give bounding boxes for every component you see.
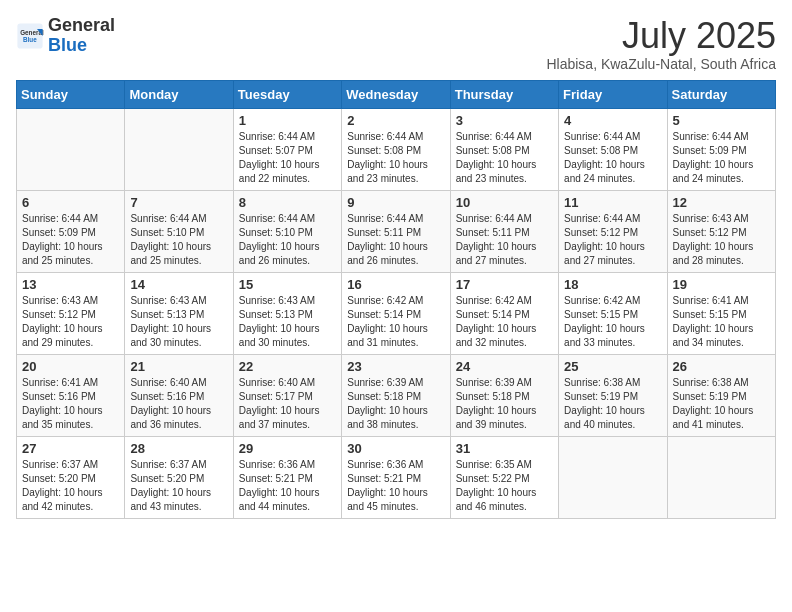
calendar-day-header: Saturday	[667, 80, 775, 108]
header: General Blue General Blue July 2025 Hlab…	[16, 16, 776, 72]
calendar-cell: 20Sunrise: 6:41 AM Sunset: 5:16 PM Dayli…	[17, 354, 125, 436]
day-info: Sunrise: 6:41 AM Sunset: 5:15 PM Dayligh…	[673, 294, 770, 350]
day-number: 29	[239, 441, 336, 456]
day-info: Sunrise: 6:44 AM Sunset: 5:12 PM Dayligh…	[564, 212, 661, 268]
day-number: 30	[347, 441, 444, 456]
day-info: Sunrise: 6:41 AM Sunset: 5:16 PM Dayligh…	[22, 376, 119, 432]
day-number: 2	[347, 113, 444, 128]
calendar-cell: 14Sunrise: 6:43 AM Sunset: 5:13 PM Dayli…	[125, 272, 233, 354]
calendar-cell: 1Sunrise: 6:44 AM Sunset: 5:07 PM Daylig…	[233, 108, 341, 190]
day-number: 4	[564, 113, 661, 128]
calendar-week-row: 1Sunrise: 6:44 AM Sunset: 5:07 PM Daylig…	[17, 108, 776, 190]
day-info: Sunrise: 6:44 AM Sunset: 5:08 PM Dayligh…	[456, 130, 553, 186]
calendar-cell	[667, 436, 775, 518]
day-number: 21	[130, 359, 227, 374]
logo-text: General Blue	[48, 16, 115, 56]
day-number: 27	[22, 441, 119, 456]
day-info: Sunrise: 6:43 AM Sunset: 5:13 PM Dayligh…	[239, 294, 336, 350]
calendar-cell: 2Sunrise: 6:44 AM Sunset: 5:08 PM Daylig…	[342, 108, 450, 190]
calendar-cell: 31Sunrise: 6:35 AM Sunset: 5:22 PM Dayli…	[450, 436, 558, 518]
day-info: Sunrise: 6:43 AM Sunset: 5:12 PM Dayligh…	[22, 294, 119, 350]
calendar-cell: 21Sunrise: 6:40 AM Sunset: 5:16 PM Dayli…	[125, 354, 233, 436]
calendar-cell	[17, 108, 125, 190]
calendar-day-header: Monday	[125, 80, 233, 108]
day-info: Sunrise: 6:44 AM Sunset: 5:09 PM Dayligh…	[673, 130, 770, 186]
calendar-cell: 17Sunrise: 6:42 AM Sunset: 5:14 PM Dayli…	[450, 272, 558, 354]
day-number: 9	[347, 195, 444, 210]
logo-icon: General Blue	[16, 22, 44, 50]
day-info: Sunrise: 6:37 AM Sunset: 5:20 PM Dayligh…	[130, 458, 227, 514]
calendar-cell: 23Sunrise: 6:39 AM Sunset: 5:18 PM Dayli…	[342, 354, 450, 436]
day-number: 3	[456, 113, 553, 128]
calendar-cell: 30Sunrise: 6:36 AM Sunset: 5:21 PM Dayli…	[342, 436, 450, 518]
day-number: 19	[673, 277, 770, 292]
calendar-cell: 4Sunrise: 6:44 AM Sunset: 5:08 PM Daylig…	[559, 108, 667, 190]
day-number: 17	[456, 277, 553, 292]
calendar-cell: 3Sunrise: 6:44 AM Sunset: 5:08 PM Daylig…	[450, 108, 558, 190]
day-info: Sunrise: 6:38 AM Sunset: 5:19 PM Dayligh…	[564, 376, 661, 432]
calendar-cell	[125, 108, 233, 190]
calendar-cell: 6Sunrise: 6:44 AM Sunset: 5:09 PM Daylig…	[17, 190, 125, 272]
day-info: Sunrise: 6:44 AM Sunset: 5:07 PM Dayligh…	[239, 130, 336, 186]
calendar-cell: 10Sunrise: 6:44 AM Sunset: 5:11 PM Dayli…	[450, 190, 558, 272]
day-info: Sunrise: 6:44 AM Sunset: 5:10 PM Dayligh…	[130, 212, 227, 268]
day-number: 10	[456, 195, 553, 210]
day-number: 23	[347, 359, 444, 374]
day-info: Sunrise: 6:38 AM Sunset: 5:19 PM Dayligh…	[673, 376, 770, 432]
calendar-cell: 18Sunrise: 6:42 AM Sunset: 5:15 PM Dayli…	[559, 272, 667, 354]
day-number: 5	[673, 113, 770, 128]
day-info: Sunrise: 6:44 AM Sunset: 5:11 PM Dayligh…	[456, 212, 553, 268]
day-number: 18	[564, 277, 661, 292]
calendar-cell: 5Sunrise: 6:44 AM Sunset: 5:09 PM Daylig…	[667, 108, 775, 190]
calendar-week-row: 13Sunrise: 6:43 AM Sunset: 5:12 PM Dayli…	[17, 272, 776, 354]
month-title: July 2025	[546, 16, 776, 56]
day-number: 7	[130, 195, 227, 210]
day-number: 25	[564, 359, 661, 374]
day-number: 24	[456, 359, 553, 374]
day-number: 1	[239, 113, 336, 128]
day-info: Sunrise: 6:43 AM Sunset: 5:12 PM Dayligh…	[673, 212, 770, 268]
calendar-cell: 19Sunrise: 6:41 AM Sunset: 5:15 PM Dayli…	[667, 272, 775, 354]
calendar-cell: 16Sunrise: 6:42 AM Sunset: 5:14 PM Dayli…	[342, 272, 450, 354]
calendar-day-header: Sunday	[17, 80, 125, 108]
day-number: 15	[239, 277, 336, 292]
calendar-cell: 22Sunrise: 6:40 AM Sunset: 5:17 PM Dayli…	[233, 354, 341, 436]
day-info: Sunrise: 6:42 AM Sunset: 5:15 PM Dayligh…	[564, 294, 661, 350]
title-area: July 2025 Hlabisa, KwaZulu-Natal, South …	[546, 16, 776, 72]
calendar-body: 1Sunrise: 6:44 AM Sunset: 5:07 PM Daylig…	[17, 108, 776, 518]
day-number: 16	[347, 277, 444, 292]
day-info: Sunrise: 6:36 AM Sunset: 5:21 PM Dayligh…	[239, 458, 336, 514]
calendar-header-row: SundayMondayTuesdayWednesdayThursdayFrid…	[17, 80, 776, 108]
day-info: Sunrise: 6:44 AM Sunset: 5:09 PM Dayligh…	[22, 212, 119, 268]
day-number: 31	[456, 441, 553, 456]
logo: General Blue General Blue	[16, 16, 115, 56]
calendar-cell: 28Sunrise: 6:37 AM Sunset: 5:20 PM Dayli…	[125, 436, 233, 518]
calendar-day-header: Wednesday	[342, 80, 450, 108]
day-info: Sunrise: 6:37 AM Sunset: 5:20 PM Dayligh…	[22, 458, 119, 514]
day-info: Sunrise: 6:44 AM Sunset: 5:08 PM Dayligh…	[347, 130, 444, 186]
calendar-cell: 27Sunrise: 6:37 AM Sunset: 5:20 PM Dayli…	[17, 436, 125, 518]
day-info: Sunrise: 6:40 AM Sunset: 5:16 PM Dayligh…	[130, 376, 227, 432]
calendar-week-row: 27Sunrise: 6:37 AM Sunset: 5:20 PM Dayli…	[17, 436, 776, 518]
calendar-cell: 12Sunrise: 6:43 AM Sunset: 5:12 PM Dayli…	[667, 190, 775, 272]
day-number: 8	[239, 195, 336, 210]
calendar-cell: 26Sunrise: 6:38 AM Sunset: 5:19 PM Dayli…	[667, 354, 775, 436]
day-number: 13	[22, 277, 119, 292]
day-info: Sunrise: 6:42 AM Sunset: 5:14 PM Dayligh…	[456, 294, 553, 350]
day-info: Sunrise: 6:39 AM Sunset: 5:18 PM Dayligh…	[347, 376, 444, 432]
day-number: 14	[130, 277, 227, 292]
calendar-week-row: 20Sunrise: 6:41 AM Sunset: 5:16 PM Dayli…	[17, 354, 776, 436]
calendar-week-row: 6Sunrise: 6:44 AM Sunset: 5:09 PM Daylig…	[17, 190, 776, 272]
day-number: 20	[22, 359, 119, 374]
calendar-cell: 24Sunrise: 6:39 AM Sunset: 5:18 PM Dayli…	[450, 354, 558, 436]
day-info: Sunrise: 6:43 AM Sunset: 5:13 PM Dayligh…	[130, 294, 227, 350]
calendar-cell: 9Sunrise: 6:44 AM Sunset: 5:11 PM Daylig…	[342, 190, 450, 272]
subtitle: Hlabisa, KwaZulu-Natal, South Africa	[546, 56, 776, 72]
calendar-cell: 25Sunrise: 6:38 AM Sunset: 5:19 PM Dayli…	[559, 354, 667, 436]
day-info: Sunrise: 6:40 AM Sunset: 5:17 PM Dayligh…	[239, 376, 336, 432]
day-number: 6	[22, 195, 119, 210]
day-number: 26	[673, 359, 770, 374]
calendar-cell: 8Sunrise: 6:44 AM Sunset: 5:10 PM Daylig…	[233, 190, 341, 272]
svg-text:Blue: Blue	[23, 35, 37, 42]
calendar-day-header: Friday	[559, 80, 667, 108]
